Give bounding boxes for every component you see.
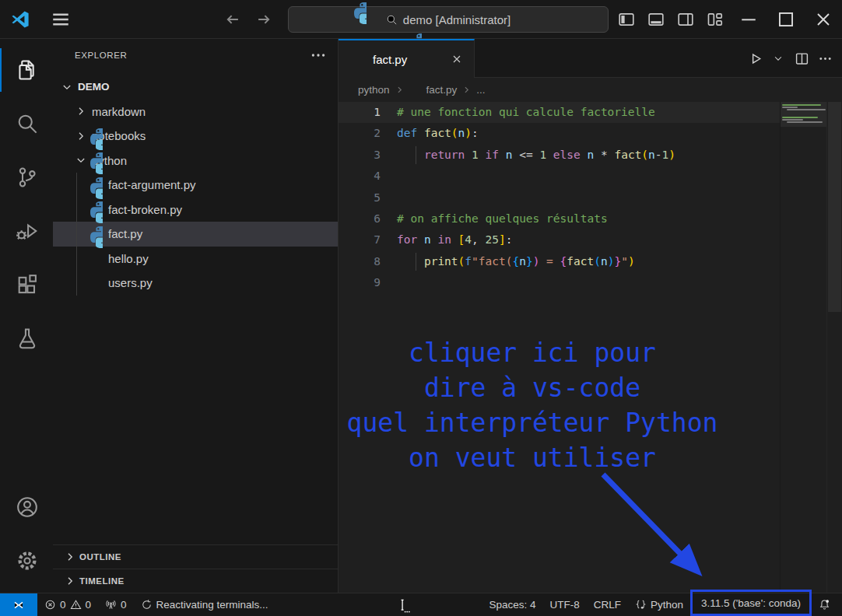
layout-sidebar-right-icon[interactable]: [677, 11, 694, 28]
tab-fact-py[interactable]: fact.py: [339, 39, 475, 78]
minimize-icon[interactable]: [738, 9, 760, 30]
line-number[interactable]: 1: [339, 102, 397, 123]
editor-group: fact.py python fact.py ... 1# u: [339, 39, 842, 593]
line-number[interactable]: 3: [339, 145, 397, 166]
code-line-3[interactable]: 3 return 1 if n <= 1 else n * fact(n-1): [339, 145, 781, 166]
layout-customize-icon[interactable]: [707, 11, 724, 28]
code-text: def fact(n):: [397, 123, 479, 144]
python-icon: [409, 84, 422, 96]
tab-label: fact.py: [373, 53, 443, 66]
line-number[interactable]: 5: [339, 187, 397, 208]
line-number[interactable]: 2: [339, 123, 397, 144]
chevron-right-icon: [64, 575, 76, 587]
timeline-label: TIMELINE: [79, 576, 125, 586]
activity-accounts[interactable]: [0, 485, 53, 529]
annotation-line: cliquer ici pour: [345, 335, 720, 370]
code-line-2[interactable]: 2def fact(n):: [339, 123, 781, 144]
ports-count: 0: [121, 599, 127, 611]
search-text: demo [Administrator]: [403, 13, 510, 26]
menu-icon[interactable]: [51, 9, 71, 30]
python-icon: [353, 52, 367, 66]
warning-icon: [70, 599, 82, 611]
language-status[interactable]: Python: [628, 593, 690, 616]
line-number[interactable]: 7: [339, 229, 397, 250]
gear-icon: [16, 549, 39, 572]
minimap-line: [787, 121, 823, 123]
activity-settings[interactable]: [0, 539, 53, 583]
outline-label: OUTLINE: [79, 552, 121, 562]
braces-icon: [635, 599, 647, 611]
code-line-6[interactable]: 6# on affiche quelques résultats: [339, 208, 781, 229]
code-line-5[interactable]: 5: [339, 187, 781, 208]
terminal-status[interactable]: Reactivating terminals...: [134, 593, 275, 616]
python-interpreter-status[interactable]: 3.11.5 ('base': conda): [690, 590, 812, 616]
tree-item-markdown[interactable]: markdown: [53, 100, 338, 124]
line-number[interactable]: 8: [339, 251, 397, 272]
file-tree: DEMOmarkdownnotebookspythonfact-argument…: [53, 72, 338, 544]
code-line-7[interactable]: 7for n in [4, 25]:: [339, 229, 781, 250]
notifications-status[interactable]: [812, 593, 837, 616]
minimap[interactable]: [781, 102, 826, 593]
account-icon: [16, 495, 39, 519]
chevron-down-icon[interactable]: [769, 49, 788, 68]
split-editor-icon[interactable]: [792, 49, 811, 68]
minimap-line: [782, 107, 798, 108]
activity-run-debug[interactable]: [0, 209, 53, 253]
code-editor[interactable]: 1# une fonction qui calcule factorielle2…: [339, 102, 842, 593]
problems-status[interactable]: 0 0: [37, 593, 98, 616]
run-icon[interactable]: [746, 49, 764, 68]
annotation-line: dire à vs-code: [345, 370, 720, 405]
status-bar: 0 0 0 Reactivating terminals... Spaces: …: [0, 593, 842, 616]
command-center-search[interactable]: demo [Administrator]: [288, 6, 609, 33]
code-text: # une fonction qui calcule factorielle: [397, 102, 655, 123]
search-icon: [386, 14, 398, 26]
chevron-right-icon: [461, 85, 472, 95]
more-actions-icon[interactable]: [310, 47, 327, 64]
line-number[interactable]: 9: [339, 272, 397, 293]
tab-close-icon[interactable]: [449, 51, 465, 67]
breadcrumb-file[interactable]: fact.py: [426, 84, 458, 96]
activity-search[interactable]: [0, 102, 53, 145]
code-line-4[interactable]: 4: [339, 166, 781, 187]
code-line-8[interactable]: 8 print(f"fact({n}) = {fact(n)}"): [339, 251, 781, 272]
sync-icon: [141, 599, 153, 611]
run-debug-icon: [16, 219, 39, 243]
layout-sidebar-left-icon[interactable]: [618, 11, 635, 28]
tree-item-label: DEMO: [78, 81, 110, 93]
code-line-9[interactable]: 9: [339, 272, 781, 293]
outline-section[interactable]: OUTLINE: [53, 544, 338, 569]
ports-status[interactable]: 0: [98, 593, 134, 616]
close-icon[interactable]: [812, 9, 834, 30]
eol-status[interactable]: CRLF: [587, 593, 628, 616]
maximize-icon[interactable]: [775, 9, 797, 30]
scrollbar-slider[interactable]: [828, 102, 841, 312]
explorer-title: EXPLORER: [75, 51, 127, 60]
back-arrow-icon[interactable]: [224, 11, 241, 28]
tree-item-label: fact-broken.py: [108, 203, 182, 216]
tree-item-demo[interactable]: DEMO: [53, 75, 338, 100]
tree-item-users.py[interactable]: users.py: [53, 271, 338, 296]
line-number[interactable]: 4: [339, 166, 397, 187]
activity-testing[interactable]: [0, 317, 53, 360]
chevron-right-icon: [75, 130, 87, 142]
code-text: for n in [4, 25]:: [397, 229, 512, 250]
forward-arrow-icon[interactable]: [255, 11, 272, 28]
chevron-right-icon: [64, 551, 76, 563]
breadcrumb-symbol[interactable]: ...: [476, 84, 485, 96]
layout-panel-icon[interactable]: [647, 11, 665, 28]
minimap-line: [782, 104, 821, 106]
activity-extensions[interactable]: [0, 263, 53, 306]
line-number[interactable]: 6: [339, 208, 397, 229]
encoding-status[interactable]: UTF-8: [542, 593, 586, 616]
activity-source-control[interactable]: [0, 156, 53, 199]
activity-explorer[interactable]: [0, 48, 53, 92]
editor-scrollbar[interactable]: [826, 102, 842, 593]
remote-indicator[interactable]: [0, 593, 37, 616]
code-line-1[interactable]: 1# une fonction qui calcule factorielle: [339, 102, 781, 123]
minimap-line: [782, 119, 803, 121]
tree-item-label: fact-argument.py: [108, 178, 196, 191]
tree-item-label: hello.py: [108, 252, 149, 265]
timeline-section[interactable]: TIMELINE: [53, 569, 338, 593]
indentation-status[interactable]: Spaces: 4: [482, 593, 542, 616]
more-icon[interactable]: [816, 49, 834, 68]
